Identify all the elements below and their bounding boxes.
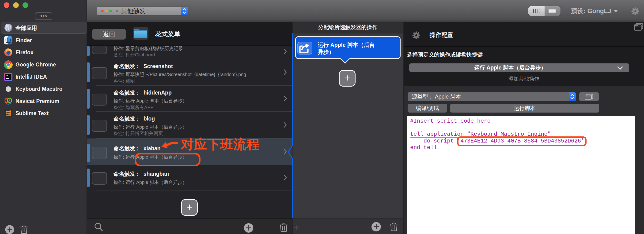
svg-text:IJ: IJ xyxy=(6,74,8,77)
